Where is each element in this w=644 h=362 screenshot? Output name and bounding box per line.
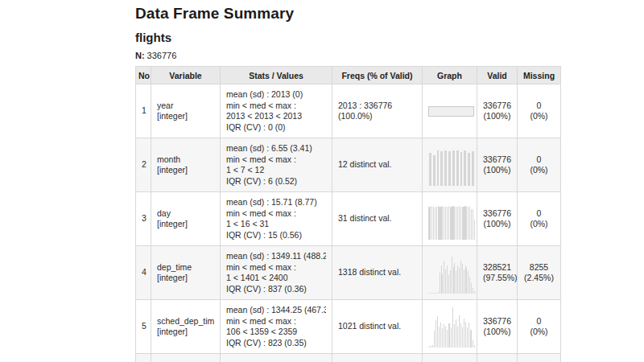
missing-cell: 0 (0%) <box>518 300 561 354</box>
variable-cell: day [integer] <box>151 192 221 246</box>
freqs-cell <box>332 354 423 362</box>
stats-line: IQR (CV) : 6 (0.52) <box>226 176 326 187</box>
histogram-graph <box>428 306 475 348</box>
stats-line: IQR (CV) : 15 (0.56) <box>226 230 326 241</box>
missing-pct: (0%) <box>523 111 555 122</box>
stats-line: IQR (CV) : 0 (0) <box>226 122 326 134</box>
valid-count: 328521 <box>483 262 511 274</box>
valid-count: 336776 <box>483 316 511 327</box>
valid-cell: 328521 (97.55%) <box>477 246 518 300</box>
missing-pct: (2.45%) <box>523 273 555 284</box>
graph-cell <box>423 354 477 362</box>
table-header: No Variable Stats / Values Freqs (% of V… <box>136 67 561 84</box>
valid-cell: 336776 (100%) <box>477 138 518 192</box>
table-row: 4 dep_time [integer] mean (sd) : 1349.11… <box>136 246 561 300</box>
col-header-no: No <box>136 67 151 84</box>
col-header-missing: Missing <box>518 67 561 84</box>
stats-line: mean (sd) : 15.71 (8.77) <box>226 197 326 208</box>
valid-pct: (100%) <box>483 111 511 122</box>
freqs-cell: 2013 : 336776 (100.0%) <box>332 84 423 138</box>
col-header-variable: Variable <box>151 67 221 84</box>
dataframe-name: flights <box>135 31 570 44</box>
histogram-graph <box>428 198 475 240</box>
stats-line: min < med < max : <box>226 208 326 220</box>
valid-count: 336776 <box>483 208 511 220</box>
variable-type: [integer] <box>157 219 214 230</box>
missing-count: 8255 <box>523 262 555 274</box>
variable-cell: month [integer] <box>151 138 221 192</box>
missing-pct: (0%) <box>523 219 555 230</box>
valid-cell <box>477 354 518 362</box>
stats-line: min < med < max : <box>226 101 326 112</box>
variable-name: day <box>157 208 214 220</box>
table-row-partial: mean (sd) : 12.64 (40.21) <box>136 354 561 362</box>
freqs-cell: 31 distinct val. <box>332 192 423 246</box>
stats-line: IQR (CV) : 823 (0.35) <box>226 338 326 349</box>
variable-cell: dep_time [integer] <box>151 246 221 300</box>
missing-cell <box>518 354 561 362</box>
col-header-valid: Valid <box>477 67 518 84</box>
valid-cell: 336776 (100%) <box>477 192 518 246</box>
table-row: 2 month [integer] mean (sd) : 6.55 (3.41… <box>136 138 561 192</box>
stats-line: min < med < max : <box>226 154 326 166</box>
valid-pct: (100%) <box>483 165 511 176</box>
valid-count: 336776 <box>483 154 511 166</box>
stats-line: mean (sd) : 1349.11 (488.28) <box>226 251 326 262</box>
graph-cell <box>423 138 477 192</box>
variable-type: [integer] <box>157 273 214 284</box>
stats-cell: mean (sd) : 1344.25 (467.34) min < med <… <box>221 300 332 354</box>
stats-line: mean (sd) : 1344.25 (467.34) <box>226 305 326 316</box>
table-row: 1 year [integer] mean (sd) : 2013 (0) mi… <box>136 84 561 138</box>
stats-line: min < med < max : <box>226 316 326 327</box>
full-bar-graph <box>428 106 474 117</box>
freqs-cell: 12 distinct val. <box>332 138 423 192</box>
variable-cell <box>151 354 221 362</box>
n-label: N: <box>135 51 145 60</box>
variable-name: year <box>157 101 214 112</box>
variable-cell: year [integer] <box>151 84 221 138</box>
row-no: 1 <box>136 84 151 138</box>
missing-count: 0 <box>523 154 555 166</box>
graph-cell <box>423 192 477 246</box>
col-header-graph: Graph <box>423 67 477 84</box>
graph-cell <box>423 246 477 300</box>
n-value: 336776 <box>147 51 177 60</box>
missing-cell: 0 (0%) <box>518 138 561 192</box>
valid-pct: (97.55%) <box>483 273 511 284</box>
page-title: Data Frame Summary <box>135 5 570 23</box>
stats-cell: mean (sd) : 15.71 (8.77) min < med < max… <box>221 192 332 246</box>
graph-cell <box>423 300 477 354</box>
valid-cell: 336776 (100%) <box>477 300 518 354</box>
stats-line: 1 < 1401 < 2400 <box>226 273 326 284</box>
stats-cell: mean (sd) : 1349.11 (488.28) min < med <… <box>221 246 332 300</box>
variable-name: month <box>157 154 214 166</box>
summary-table: No Variable Stats / Values Freqs (% of V… <box>135 66 561 362</box>
stats-line: min < med < max : <box>226 262 326 274</box>
missing-cell: 8255 (2.45%) <box>518 246 561 300</box>
valid-cell: 336776 (100%) <box>477 84 518 138</box>
col-header-freqs: Freqs (% of Valid) <box>332 67 423 84</box>
stats-cell: mean (sd) : 6.55 (3.41) min < med < max … <box>221 138 332 192</box>
stats-cell: mean (sd) : 12.64 (40.21) <box>221 354 332 362</box>
report-content: Data Frame Summary flights N:336776 No V… <box>135 0 570 362</box>
variable-type: [integer] <box>157 165 214 176</box>
n-observations: N:336776 <box>135 51 570 60</box>
histogram-graph <box>428 144 475 186</box>
stats-line: 106 < 1359 < 2359 <box>226 327 326 338</box>
missing-pct: (0%) <box>523 165 555 176</box>
stats-line: 1 < 16 < 31 <box>226 219 326 230</box>
stats-line: IQR (CV) : 837 (0.36) <box>226 284 326 295</box>
freqs-cell: 1318 distinct val. <box>332 246 423 300</box>
stats-line: mean (sd) : 2013 (0) <box>226 89 326 101</box>
valid-pct: (100%) <box>483 327 511 338</box>
missing-pct: (0%) <box>523 327 555 338</box>
row-no: 2 <box>136 138 151 192</box>
variable-name: dep_time <box>157 262 214 274</box>
missing-cell: 0 (0%) <box>518 84 561 138</box>
valid-count: 336776 <box>483 101 511 112</box>
variable-type: [integer] <box>157 327 214 338</box>
valid-pct: (100%) <box>483 219 511 230</box>
variable-type: [integer] <box>157 111 214 122</box>
stats-line: 1 < 7 < 12 <box>226 165 326 176</box>
stats-line: 2013 < 2013 < 2013 <box>226 111 326 122</box>
